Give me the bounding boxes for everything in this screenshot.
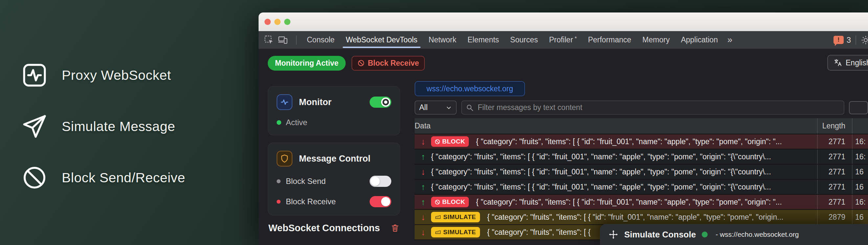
send-arrow-icon: ↑ bbox=[418, 152, 428, 162]
feature-panel: Proxy WebSocket Simulate Message Block S… bbox=[20, 61, 185, 192]
message-length: 2771 bbox=[817, 134, 852, 149]
connections-header: WebSocket Connections bbox=[268, 223, 400, 234]
receive-arrow-icon: ↓ bbox=[418, 136, 428, 147]
devtools-body: Monitoring Active Block Receive English bbox=[258, 49, 868, 245]
connections-heading: WebSocket Connections bbox=[269, 223, 391, 234]
tab-application[interactable]: Application bbox=[675, 31, 723, 49]
window-titlebar bbox=[258, 12, 868, 31]
receive-arrow-icon: ↓ bbox=[418, 227, 428, 238]
message-time: 16 bbox=[852, 210, 868, 224]
feature-proxy-websocket: Proxy WebSocket bbox=[20, 61, 185, 89]
close-window-button[interactable] bbox=[265, 19, 271, 25]
receive-arrow-icon: ↓ bbox=[418, 167, 428, 177]
table-row[interactable]: ↑ { "category": "fruits", "items": [ { "… bbox=[414, 180, 868, 195]
ban-icon bbox=[435, 200, 440, 205]
sidebar: Monitor Active bbox=[258, 77, 408, 245]
table-header: Data Length bbox=[414, 118, 868, 134]
message-data: { "category": "fruits", "items": [ { "id… bbox=[473, 137, 817, 146]
table-row[interactable]: ↑ BLOCK { "category": "fruits", "items":… bbox=[414, 195, 868, 210]
simulate-console-url: - wss://echo.websocket.org bbox=[716, 231, 799, 239]
simulate-console-title: Simulate Console bbox=[624, 229, 696, 240]
column-length: Length bbox=[817, 118, 852, 134]
tab-network[interactable]: Network bbox=[423, 31, 462, 49]
filter-row: All bbox=[414, 100, 868, 115]
message-time: 16 bbox=[852, 180, 868, 194]
message-length: 2771 bbox=[817, 164, 852, 179]
zoom-window-button[interactable] bbox=[284, 19, 290, 25]
tabbar-divider bbox=[856, 35, 856, 45]
device-toolbar-icon[interactable] bbox=[278, 35, 288, 45]
message-data: { "category": "fruits", "items": [ { "id… bbox=[428, 152, 817, 161]
column-time bbox=[852, 118, 868, 134]
tab-sources[interactable]: Sources bbox=[505, 31, 544, 49]
table-row[interactable]: ↓ SIMULATE { "category": "fruits", "item… bbox=[414, 210, 868, 225]
status-dot-icon bbox=[277, 200, 281, 204]
table-row[interactable]: ↓ BLOCK { "category": "fruits", "items":… bbox=[414, 134, 868, 149]
send-icon bbox=[20, 112, 49, 141]
browser-window: Console WebSocket DevTools Network Eleme… bbox=[258, 12, 868, 245]
cheese-icon bbox=[435, 214, 441, 220]
message-type-select[interactable]: All bbox=[414, 100, 457, 115]
more-tabs-chevron-icon[interactable]: » bbox=[723, 31, 736, 49]
search-input[interactable] bbox=[477, 103, 840, 112]
block-receive-row: Block Receive bbox=[277, 196, 391, 207]
message-time: 16: bbox=[852, 149, 868, 164]
block-receive-badge: Block Receive bbox=[351, 56, 425, 71]
tab-profiler-label: Profiler bbox=[549, 35, 573, 44]
status-dot-icon bbox=[277, 120, 281, 125]
table-row[interactable]: ↑ { "category": "fruits", "items": [ { "… bbox=[414, 149, 868, 164]
tab-performance[interactable]: Performance bbox=[583, 31, 637, 49]
block-receive-toggle[interactable] bbox=[370, 196, 391, 207]
chevron-down-icon bbox=[445, 104, 452, 111]
minimize-window-button[interactable] bbox=[274, 19, 281, 25]
tab-memory[interactable]: Memory bbox=[637, 31, 675, 49]
feature-block-send-receive: Block Send/Receive bbox=[20, 163, 185, 192]
block-receive-badge-label: Block Receive bbox=[368, 59, 419, 68]
tabbar-right-cluster: ! 3 bbox=[834, 35, 868, 45]
language-button[interactable]: English bbox=[827, 55, 868, 71]
block-receive-label: Block Receive bbox=[286, 197, 364, 206]
extension-toolbar: Monitoring Active Block Receive English bbox=[258, 49, 868, 77]
tab-console[interactable]: Console bbox=[301, 31, 340, 49]
block-send-toggle[interactable] bbox=[370, 176, 391, 187]
message-data: { "category": "fruits", "items": [ { "id… bbox=[485, 213, 817, 222]
message-data: { "category": "fruits", "items": [ { "id… bbox=[473, 198, 817, 207]
receive-arrow-icon: ↓ bbox=[418, 212, 428, 222]
table-row[interactable]: ↓ { "category": "fruits", "items": [ { "… bbox=[414, 164, 868, 180]
monitor-status: Active bbox=[277, 118, 391, 127]
profiler-marker-icon: * bbox=[575, 35, 577, 42]
simulate-badge: SIMULATE bbox=[431, 227, 480, 238]
issues-bubble-icon[interactable]: ! bbox=[834, 36, 844, 44]
message-length: 2879 bbox=[817, 210, 852, 224]
translate-icon bbox=[834, 58, 842, 67]
connection-status-dot-icon bbox=[702, 232, 708, 238]
tab-websocket-devtools[interactable]: WebSocket DevTools bbox=[340, 31, 423, 49]
message-control-card: Message Control Block Send Block Receive bbox=[268, 143, 400, 215]
tab-profiler[interactable]: Profiler * bbox=[544, 31, 582, 49]
cheese-icon bbox=[435, 229, 441, 235]
ban-icon bbox=[358, 59, 365, 67]
connection-url-tab[interactable]: wss://echo.websocket.org bbox=[414, 81, 525, 96]
issues-count: 3 bbox=[847, 35, 851, 45]
block-send-row: Block Send bbox=[277, 176, 391, 187]
inspect-element-icon[interactable] bbox=[264, 35, 274, 45]
message-data: { "category": "fruits", "items": [ { "id… bbox=[428, 167, 817, 176]
status-dot-icon bbox=[277, 179, 281, 183]
clear-connections-button[interactable] bbox=[391, 224, 400, 233]
feature-label: Proxy WebSocket bbox=[62, 68, 171, 83]
settings-gear-icon[interactable] bbox=[861, 35, 868, 45]
tab-elements[interactable]: Elements bbox=[462, 31, 505, 49]
send-arrow-icon: ↑ bbox=[418, 182, 428, 192]
ban-icon bbox=[20, 163, 49, 192]
edge-button[interactable] bbox=[849, 101, 868, 114]
monitor-toggle[interactable] bbox=[370, 97, 391, 108]
activity-icon bbox=[277, 94, 292, 110]
search-icon bbox=[466, 104, 474, 112]
message-type-select-value: All bbox=[419, 103, 445, 112]
devtools-panes: Monitor Active bbox=[258, 77, 868, 245]
message-length: 2771 bbox=[817, 180, 852, 194]
simulate-console-panel[interactable]: Simulate Console - wss://echo.websocket.… bbox=[600, 224, 868, 245]
move-icon[interactable] bbox=[609, 229, 618, 239]
message-data: { "category": "fruits", "items": [ { "id… bbox=[428, 183, 817, 191]
monitor-status-label: Active bbox=[286, 118, 307, 127]
